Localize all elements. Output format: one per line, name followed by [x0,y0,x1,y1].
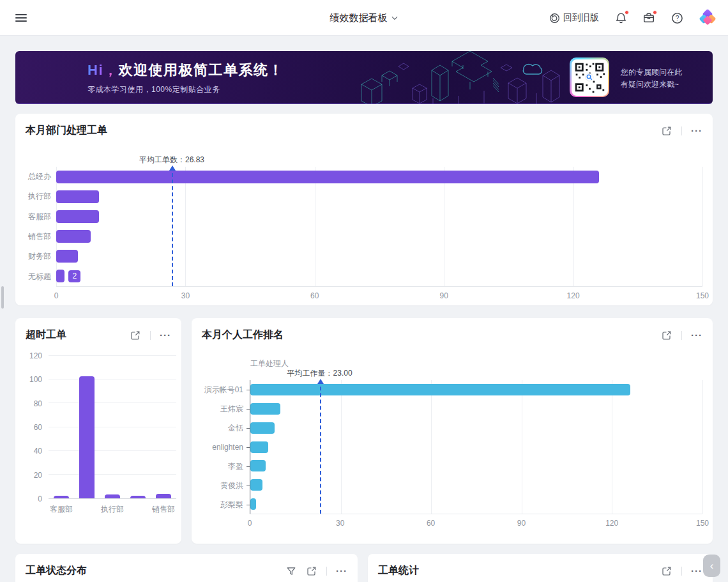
back-to-old-label: 回到旧版 [563,12,599,24]
bar-slot [74,356,100,498]
dashboard-main: Hi，欢迎使用极简工单系统！ 零成本学习使用，100%定制贴合业务 [0,36,728,582]
x-tick-label: 120 [605,519,618,528]
banner-title: Hi，欢迎使用极简工单系统！ [87,61,284,80]
average-line-label: 平均工作量：23.00 [287,368,353,379]
category-label: 彭梨梨 [202,495,250,514]
x-tick-label: 0 [54,291,59,300]
bar-2[interactable] [56,210,99,223]
category-label: 黄俊洪 [202,476,250,495]
bar-1[interactable] [79,376,95,498]
banner-subtitle: 零成本学习使用，100%定制贴合业务 [87,84,284,95]
back-to-old-version-button[interactable]: 回到旧版 [549,12,599,24]
bar-row: 2 [56,266,702,286]
bar-1[interactable] [250,403,280,415]
bar-3[interactable] [250,441,268,453]
qr-code[interactable] [570,57,609,97]
more-icon[interactable]: ··· [691,330,702,341]
bar-slot [49,356,74,498]
cloud-icon [523,65,542,74]
more-icon[interactable]: ··· [336,565,347,577]
divider [681,126,682,135]
chevron-down-icon [391,15,398,22]
x-axis: 0306090120150 [56,287,702,302]
bar-6[interactable] [250,498,256,510]
bar-0[interactable] [56,171,599,183]
gridline [702,380,703,514]
menu-icon[interactable] [15,12,27,24]
category-label: 执行部 [26,187,56,206]
x-tick-label: 150 [696,519,709,528]
bar-value-badge: 2 [68,270,80,282]
card-title: 工单状态分布 [26,564,87,578]
card-title: 超时工单 [26,328,66,342]
gridline [702,167,703,286]
plot-area: 平均工作量：23.00工单处理人 [250,380,702,514]
bar-3[interactable] [130,496,146,498]
y-tick-label: 20 [34,471,42,480]
bar-row [250,475,702,494]
bar-5[interactable] [56,270,64,282]
bar-0[interactable] [54,496,69,498]
bar-2[interactable] [250,422,275,434]
help-icon: ? [671,12,683,24]
notifications-button[interactable] [614,11,627,24]
divider [150,331,151,340]
bar-3[interactable] [56,230,91,243]
x-tick-label: 150 [696,291,709,300]
open-in-new-icon[interactable] [306,565,317,577]
y-tick-label: 80 [34,399,42,408]
workbench-button[interactable] [642,11,655,24]
open-in-new-icon[interactable] [661,330,672,341]
average-line [172,167,173,286]
welcome-banner: Hi，欢迎使用极简工单系统！ 零成本学习使用，100%定制贴合业务 [15,51,713,104]
plot-area: 2平均工单数：26.83 [56,167,702,287]
scrollbar-thumb[interactable] [1,286,4,309]
y-tick-label: 60 [34,423,42,432]
average-line-arrow [317,379,324,384]
open-in-new-icon[interactable] [661,125,672,137]
bar-row [56,227,702,247]
card-title: 本月部门处理工单 [26,124,107,137]
y-tick-label: 40 [34,447,42,456]
y-axis-labels: 演示帐号01王炜宸金恬enlighten李盈黄俊洪彭梨梨 [202,380,250,514]
bar-5[interactable] [250,479,262,491]
category-label: 客服部 [26,207,56,227]
average-line [320,380,321,514]
bar-row [250,438,702,457]
category-label: 王炜宸 [202,399,250,418]
app-logo[interactable] [699,9,717,27]
category-label: 演示帐号01 [202,380,250,399]
dashboard-switcher[interactable]: 绩效数据看板 [330,0,398,36]
bar-1[interactable] [56,190,99,203]
more-icon[interactable]: ··· [160,330,171,341]
divider [681,567,682,576]
more-icon[interactable]: ··· [691,125,702,137]
card-department-tickets: 本月部门处理工单 ··· 总经办执行部客服部销售部财务部无标题 2平均工单数：2… [15,114,713,305]
y-axis-labels: 020406080100120 [26,356,49,499]
x-tick-label: 30 [336,519,344,528]
more-icon[interactable]: ··· [691,565,702,577]
qr-pattern [573,61,606,94]
bar-4[interactable] [56,250,78,263]
bar-4[interactable] [250,460,266,471]
divider [326,567,327,576]
card-status-distribution: 工单状态分布 ··· [15,554,358,582]
open-in-new-icon[interactable] [661,565,672,577]
workbench-badge-dot [653,10,657,15]
card-title: 本月个人工作排名 [202,328,284,342]
help-button[interactable]: ? [671,11,683,24]
bar-0[interactable] [250,384,630,395]
collapse-drawer-toggle[interactable]: ‹ [703,555,720,577]
bar-rows [250,380,702,514]
divider [681,331,682,340]
bar-4[interactable] [156,494,171,498]
bar-row [250,399,702,418]
open-in-new-icon[interactable] [130,330,141,341]
filter-icon[interactable] [285,565,297,577]
page-title: 绩效数据看板 [330,12,388,24]
y-axis-labels: 总经办执行部客服部销售部财务部无标题 [26,167,56,287]
x-tick-label: 90 [440,291,448,300]
bar-2[interactable] [105,494,120,498]
bar-row [56,167,702,187]
bar-row [250,494,702,514]
